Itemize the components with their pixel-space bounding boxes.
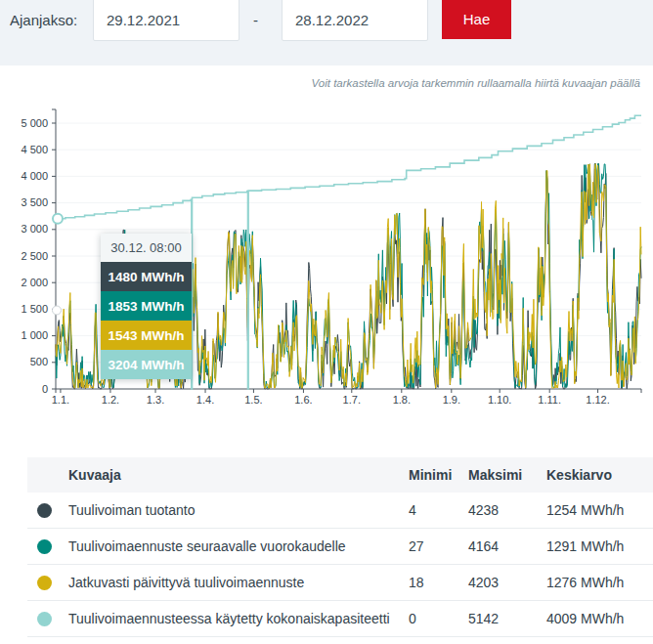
- svg-text:3 000: 3 000: [21, 223, 48, 235]
- legend-header-row: Kuvaaja Minimi Maksimi Keskiarvo: [27, 457, 653, 493]
- svg-text:1.4.: 1.4.: [196, 394, 214, 406]
- legend-header-minimi: Minimi: [409, 467, 468, 483]
- legend-row: Tuulivoimaennusteessa käytetty kokonaisk…: [27, 601, 653, 637]
- series-average: 1291 MWh/h: [546, 538, 653, 554]
- svg-text:1.8.: 1.8.: [393, 394, 411, 406]
- legend-header-keskiarvo: Keskiarvo: [546, 467, 653, 483]
- end-date-input[interactable]: [282, 0, 428, 41]
- series-average: 4009 MWh/h: [546, 611, 653, 626]
- series-max: 4203: [468, 575, 546, 590]
- chart-panel: Voit tarkastella arvoja tarkemmin rullaa…: [0, 65, 653, 644]
- series-color-swatch: [37, 503, 52, 518]
- series-max: 4238: [468, 502, 546, 518]
- legend-header-kuvaaja: Kuvaaja: [68, 467, 409, 483]
- legend-row: Tuulivoimaennuste seuraavalle vuorokaude…: [27, 529, 653, 565]
- series-min: 18: [409, 575, 468, 590]
- date-range-separator: -: [253, 12, 258, 28]
- svg-text:2 000: 2 000: [21, 277, 48, 288]
- svg-text:5 000: 5 000: [21, 117, 48, 129]
- series-color-swatch: [37, 612, 52, 626]
- series-name: Tuulivoimaennusteessa käytetty kokonaisk…: [68, 611, 409, 626]
- svg-text:1.9.: 1.9.: [443, 394, 460, 406]
- series-max: 5142: [468, 611, 546, 626]
- svg-text:2 500: 2 500: [21, 250, 48, 262]
- svg-text:1 000: 1 000: [21, 329, 48, 341]
- svg-text:1.11.: 1.11.: [538, 394, 561, 406]
- series-average: 1254 MWh/h: [546, 502, 653, 518]
- legend-row: Tuulivoiman tuotanto442381254 MWh/h: [27, 493, 653, 529]
- search-button[interactable]: Hae: [442, 0, 511, 39]
- svg-text:0: 0: [42, 383, 48, 395]
- svg-text:1.5.: 1.5.: [244, 394, 262, 406]
- legend-row: Jatkuvasti päivittyvä tuulivoimaennuste1…: [27, 565, 653, 601]
- tooltip-value-row: 3204 MWh/h: [101, 350, 192, 379]
- svg-text:1.12.: 1.12.: [586, 394, 609, 406]
- zoom-hint-text: Voit tarkastella arvoja tarkemmin rullaa…: [312, 77, 640, 89]
- series-name: Jatkuvasti päivittyvä tuulivoimaennuste: [68, 575, 409, 590]
- series-min: 4: [409, 502, 468, 518]
- series-max: 4164: [468, 538, 546, 554]
- series-name: Tuulivoimaennuste seuraavalle vuorokaude…: [68, 538, 409, 554]
- svg-text:4 500: 4 500: [21, 144, 48, 155]
- date-range-toolbar: Ajanjakso: - Hae: [0, 0, 653, 65]
- series-average: 1276 MWh/h: [546, 575, 653, 590]
- svg-text:4 000: 4 000: [21, 170, 48, 182]
- svg-text:1 500: 1 500: [21, 303, 48, 315]
- svg-text:1.1.: 1.1.: [52, 394, 69, 406]
- series-color-swatch: [37, 576, 52, 590]
- series-legend-table: Kuvaaja Minimi Maksimi Keskiarvo Tuulivo…: [27, 457, 653, 637]
- date-range-label: Ajanjakso:: [10, 12, 77, 28]
- svg-text:1.7.: 1.7.: [343, 394, 361, 406]
- svg-text:3 500: 3 500: [21, 196, 48, 208]
- series-min: 0: [409, 611, 468, 626]
- svg-text:1.10.: 1.10.: [488, 394, 511, 406]
- svg-text:1.6.: 1.6.: [294, 394, 312, 406]
- svg-text:1.2.: 1.2.: [102, 394, 119, 406]
- svg-text:500: 500: [30, 356, 48, 367]
- tooltip-value-row: 1480 MWh/h: [101, 262, 192, 291]
- svg-text:1.3.: 1.3.: [147, 394, 164, 406]
- wind-power-chart[interactable]: 05001 0001 5002 0002 5003 0003 5004 0004…: [0, 93, 653, 425]
- legend-header-maksimi: Maksimi: [468, 467, 546, 483]
- tooltip-timestamp: 30.12. 08:00: [101, 234, 192, 262]
- start-date-input[interactable]: [93, 0, 239, 41]
- series-min: 27: [409, 538, 468, 554]
- tooltip-value-row: 1853 MWh/h: [101, 291, 192, 321]
- tooltip-value-row: 1543 MWh/h: [101, 321, 192, 350]
- series-color-swatch: [37, 539, 52, 554]
- chart-tooltip: 30.12. 08:00 1480 MWh/h1853 MWh/h1543 MW…: [101, 234, 192, 379]
- series-name: Tuulivoiman tuotanto: [68, 502, 409, 518]
